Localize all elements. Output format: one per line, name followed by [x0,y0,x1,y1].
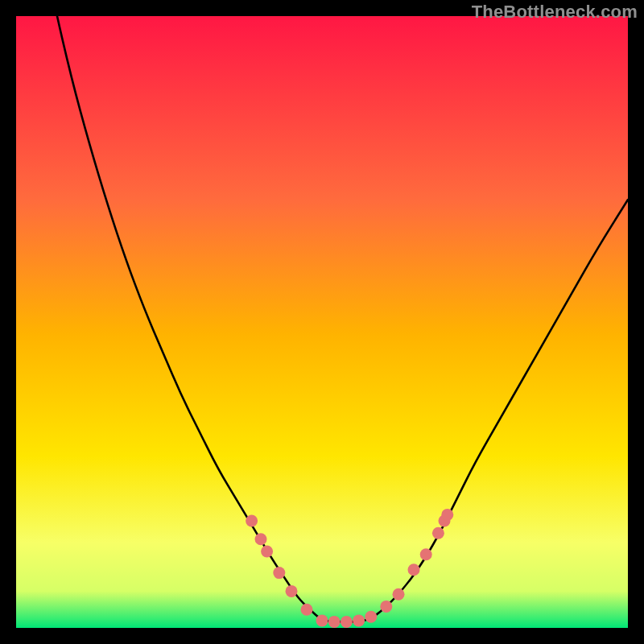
chart-stage: TheBottleneck.com [0,0,644,644]
plot-area [16,16,628,628]
data-marker [441,509,453,521]
data-marker [316,614,328,626]
plot-svg [16,16,628,628]
data-marker [286,585,298,597]
data-marker [408,564,420,576]
data-marker [246,515,258,527]
data-marker [255,533,267,545]
data-marker [420,548,432,560]
watermark-text: TheBottleneck.com [472,2,638,23]
data-marker [301,604,313,616]
data-marker [380,601,392,613]
gradient-background [16,16,628,628]
data-marker [273,567,285,579]
data-marker [432,527,444,539]
data-marker [261,546,273,558]
data-marker [365,611,377,623]
data-marker [328,616,341,628]
data-marker [393,588,405,601]
data-marker [353,614,365,626]
data-marker [341,616,353,628]
